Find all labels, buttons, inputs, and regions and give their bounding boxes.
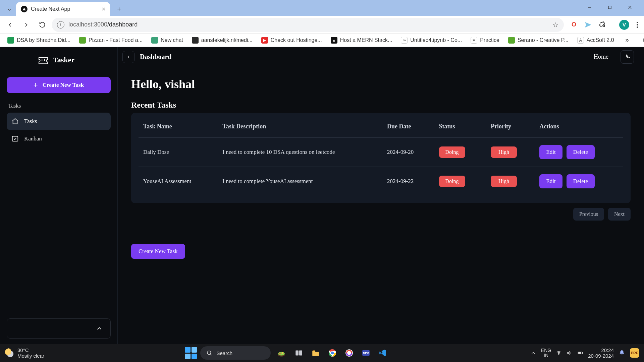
extensions-button[interactable] bbox=[597, 20, 607, 29]
app-back-button[interactable] bbox=[122, 51, 135, 63]
bookmark-item[interactable]: DSA by Shradha Did... bbox=[4, 35, 74, 45]
bookmark-favicon bbox=[192, 37, 199, 44]
taskbar-pinned-taskview-icon[interactable] bbox=[292, 346, 306, 360]
svg-text:DEV: DEV bbox=[363, 352, 369, 355]
home-icon bbox=[11, 118, 19, 125]
bookmark-item[interactable]: ▶Check out Hostinge... bbox=[258, 35, 325, 45]
chevron-up-icon bbox=[96, 325, 103, 332]
search-icon bbox=[206, 350, 212, 356]
svg-point-13 bbox=[279, 353, 281, 354]
bookmark-label: aanstekelijk.nl/medi... bbox=[201, 37, 253, 43]
svg-point-12 bbox=[278, 352, 285, 356]
home-link[interactable]: Home bbox=[594, 53, 608, 60]
edit-button[interactable]: Edit bbox=[539, 174, 562, 188]
pager-next-button[interactable]: Next bbox=[608, 208, 631, 221]
chevron-left-icon bbox=[126, 54, 131, 60]
bookmark-item[interactable]: New chat bbox=[148, 35, 186, 45]
wifi-icon[interactable] bbox=[556, 350, 562, 356]
weather-desc: Mostly clear bbox=[17, 353, 44, 359]
create-task-main-button[interactable]: Create New Task bbox=[131, 244, 185, 259]
status-badge: Doing bbox=[439, 176, 465, 187]
lang-bottom: IN bbox=[544, 353, 548, 358]
taskbar-pinned-salad-icon[interactable] bbox=[274, 346, 289, 360]
window-maximize-button[interactable] bbox=[600, 1, 619, 13]
bookmark-item[interactable]: ▲Host a MERN Stack... bbox=[327, 35, 396, 45]
bookmark-label: Serano - Creative P... bbox=[518, 37, 569, 43]
sidebar: Tasker + Create New Task Tasks TasksKanb… bbox=[0, 47, 117, 344]
input-language-indicator[interactable]: ENG IN bbox=[541, 348, 551, 358]
nav-reload-button[interactable] bbox=[36, 18, 49, 32]
taskbar-weather[interactable]: 30°C Mostly clear bbox=[5, 347, 44, 359]
tab-close-button[interactable]: × bbox=[102, 6, 105, 13]
bookmark-label: Check out Hostinge... bbox=[271, 37, 322, 43]
url-text: localhost:3000/dashboard bbox=[68, 21, 138, 28]
bookmark-item[interactable]: Pizzan - Fast Food a... bbox=[76, 35, 146, 45]
delete-button[interactable]: Delete bbox=[567, 174, 595, 188]
bookmark-item[interactable]: AAccSoft 2.0 bbox=[574, 35, 618, 45]
nav-forward-button[interactable] bbox=[19, 18, 33, 32]
bookmark-item[interactable]: aanstekelijk.nl/medi... bbox=[189, 35, 256, 45]
col-desc: Task Description bbox=[218, 116, 382, 138]
taskbar-pinned-chrome-icon[interactable] bbox=[326, 346, 339, 360]
cell-actions: EditDelete bbox=[535, 167, 623, 196]
lang-top: ENG bbox=[541, 348, 551, 353]
taskbar-pinned-explorer-icon[interactable] bbox=[309, 346, 322, 360]
notifications-icon[interactable] bbox=[619, 350, 625, 356]
new-tab-button[interactable] bbox=[113, 3, 125, 15]
theme-toggle-button[interactable] bbox=[621, 50, 634, 64]
app-brand[interactable]: Tasker bbox=[7, 54, 111, 68]
volume-icon[interactable] bbox=[567, 350, 573, 356]
brand-name: Tasker bbox=[53, 56, 74, 64]
sidebar-item-tasks[interactable]: Tasks bbox=[7, 113, 111, 130]
bookmark-star-icon[interactable]: ☆ bbox=[552, 21, 558, 29]
chrome-menu-button[interactable] bbox=[634, 19, 641, 31]
cell-desc: I need to complete YouseAI assessment bbox=[218, 167, 382, 196]
extension-opera-icon[interactable]: O bbox=[569, 20, 579, 29]
bookmark-favicon bbox=[151, 37, 158, 44]
sidebar-collapse-toggle[interactable] bbox=[7, 318, 111, 339]
all-bookmarks-button[interactable]: All Bookmarks bbox=[640, 34, 644, 46]
address-bar[interactable]: localhost:3000/dashboard ☆ bbox=[52, 18, 564, 32]
weather-icon bbox=[5, 348, 14, 358]
browser-tab-active[interactable]: Create Next App × bbox=[16, 2, 110, 16]
taskbar-clock[interactable]: 20:24 20-09-2024 bbox=[588, 347, 614, 359]
taskbar-pinned-browser2-icon[interactable] bbox=[342, 346, 356, 360]
taskbar-search-placeholder: Search bbox=[216, 350, 232, 356]
site-info-icon[interactable] bbox=[57, 21, 64, 28]
tray-chevron-icon[interactable] bbox=[530, 350, 536, 356]
window-minimize-button[interactable] bbox=[580, 1, 599, 13]
col-priority: Priority bbox=[486, 116, 535, 138]
page-title: Dashboard bbox=[140, 53, 171, 61]
pager-prev-button[interactable]: Previous bbox=[573, 208, 604, 221]
tray-badge-icon[interactable]: PRE bbox=[630, 348, 639, 358]
create-task-button[interactable]: + Create New Task bbox=[7, 77, 111, 93]
bookmark-favicon: A bbox=[577, 37, 584, 44]
tab-search-button[interactable] bbox=[3, 3, 16, 16]
profile-button[interactable]: V bbox=[619, 20, 629, 30]
bookmarks-bar: DSA by Shradha Did...Pizzan - Fast Food … bbox=[0, 34, 644, 47]
battery-icon[interactable] bbox=[577, 350, 583, 356]
bookmark-item[interactable]: Serano - Creative P... bbox=[505, 35, 572, 45]
taskbar-search[interactable]: Search bbox=[200, 346, 271, 360]
edit-button[interactable]: Edit bbox=[539, 145, 562, 159]
sidebar-item-kanban[interactable]: Kanban bbox=[7, 130, 111, 147]
bookmark-item[interactable]: ∞Untitled4.ipynb - Co... bbox=[397, 35, 465, 45]
taskbar-right: ENG IN 20:24 20-09-2024 PRE bbox=[530, 347, 639, 359]
taskbar-pinned-dev-icon[interactable]: DEV bbox=[359, 346, 373, 360]
extension-send-icon[interactable] bbox=[583, 20, 593, 29]
window-close-button[interactable] bbox=[621, 1, 639, 13]
browser-toolbar: localhost:3000/dashboard ☆ O V bbox=[0, 16, 644, 34]
taskbar-center: Search DEV bbox=[44, 346, 530, 360]
nav-back-button[interactable] bbox=[3, 18, 17, 32]
bookmarks-overflow-button[interactable]: » bbox=[623, 37, 632, 44]
app-viewport: Tasker + Create New Task Tasks TasksKanb… bbox=[0, 47, 644, 344]
svg-point-24 bbox=[559, 354, 559, 355]
start-button[interactable] bbox=[185, 347, 197, 359]
taskbar-pinned-vscode-icon[interactable] bbox=[376, 346, 389, 360]
delete-button[interactable]: Delete bbox=[567, 145, 595, 159]
bookmark-item[interactable]: ✶Practice bbox=[467, 35, 503, 45]
priority-badge: High bbox=[491, 146, 517, 158]
create-task-label: Create New Task bbox=[43, 82, 84, 88]
svg-rect-16 bbox=[300, 350, 303, 355]
bookmark-favicon bbox=[7, 37, 14, 44]
